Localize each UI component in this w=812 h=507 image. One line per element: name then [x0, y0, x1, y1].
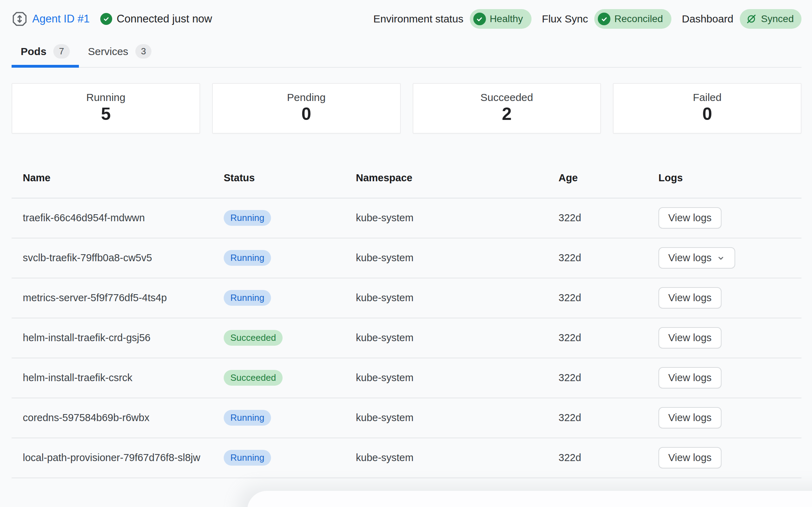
pod-name: metrics-server-5f9f776df5-4ts4p [12, 290, 224, 306]
stat-value: 5 [12, 104, 199, 124]
column-header-name: Name [12, 172, 224, 184]
view-logs-label: View logs [668, 372, 712, 384]
pod-name: helm-install-traefik-crd-gsj56 [12, 330, 224, 346]
pod-name: svclb-traefik-79ffb0a8-cw5v5 [12, 250, 224, 266]
tab-pods[interactable]: Pods 7 [12, 39, 79, 67]
pod-age: 322d [559, 412, 658, 424]
stat-card-pending: Pending 0 [212, 83, 401, 134]
flux-sync-label: Flux Sync [542, 13, 588, 25]
stat-label: Running [12, 92, 199, 103]
top-bar: Agent ID #1 Connected just now Environme… [12, 9, 801, 29]
connection-status: Connected just now [100, 13, 212, 25]
pod-stats-row: Running 5 Pending 0 Succeeded 2 Failed 0 [12, 83, 801, 134]
pod-age: 322d [559, 452, 658, 464]
pod-name: traefik-66c46d954f-mdwwn [12, 210, 224, 226]
synced-badge: Synced [740, 9, 801, 29]
reconciled-badge: Reconciled [594, 9, 671, 29]
tab-bar: Pods 7 Services 3 [12, 39, 801, 68]
check-circle-icon [473, 13, 486, 25]
dashboard-label: Dashboard [682, 13, 733, 25]
tab-services-label: Services [88, 46, 128, 58]
table-row: coredns-597584b69b-r6wbx Running kube-sy… [12, 398, 801, 438]
pod-namespace: kube-system [356, 372, 559, 384]
view-logs-label: View logs [668, 212, 712, 224]
healthy-badge-label: Healthy [490, 13, 523, 25]
stat-label: Succeeded [413, 92, 601, 103]
stat-value: 2 [413, 104, 601, 124]
dashboard-sync-pair: Dashboard Synced [682, 9, 801, 29]
table-row: metrics-server-5f9f776df5-4ts4p Running … [12, 278, 801, 318]
pod-status-badge: Running [224, 410, 271, 426]
connection-status-text: Connected just now [117, 13, 212, 25]
pod-namespace: kube-system [356, 332, 559, 344]
pod-age: 322d [559, 252, 658, 264]
stat-label: Failed [614, 92, 801, 103]
view-logs-button[interactable]: View logs [658, 367, 722, 388]
view-logs-label: View logs [668, 292, 712, 304]
table-row: traefik-66c46d954f-mdwwn Running kube-sy… [12, 198, 801, 238]
view-logs-label: View logs [668, 252, 712, 264]
flux-sync-pair: Flux Sync Reconciled [542, 9, 671, 29]
agent-id-link[interactable]: Agent ID #1 [32, 13, 90, 25]
healthy-badge: Healthy [470, 9, 532, 29]
view-logs-button[interactable]: View logs [658, 207, 722, 229]
dashboard-page: Agent ID #1 Connected just now Environme… [0, 9, 812, 478]
check-circle-icon [598, 13, 610, 25]
check-circle-icon [100, 13, 112, 25]
environment-badges: Environment status Healthy Flux Sync [373, 9, 801, 29]
stat-label: Pending [213, 92, 400, 103]
pod-age: 322d [559, 292, 658, 304]
sync-icon [745, 13, 757, 25]
pod-namespace: kube-system [356, 252, 559, 264]
pod-namespace: kube-system [356, 292, 559, 304]
stat-card-failed: Failed 0 [613, 83, 801, 134]
pod-status-badge: Running [224, 290, 271, 306]
stat-card-running: Running 5 [12, 83, 200, 134]
pod-name: helm-install-traefik-csrck [12, 370, 224, 386]
pods-table: Name Status Namespace Age Logs traefik-6… [12, 162, 801, 478]
pod-name: local-path-provisioner-79f67d76f8-sl8jw [12, 450, 224, 466]
view-logs-button[interactable]: View logs [658, 407, 722, 428]
view-logs-button[interactable]: View logs [658, 247, 735, 269]
table-row: local-path-provisioner-79f67d76f8-sl8jw … [12, 438, 801, 478]
pod-namespace: kube-system [356, 212, 559, 224]
environment-status-label: Environment status [373, 13, 463, 25]
pod-status-badge: Succeeded [224, 330, 283, 346]
reconciled-badge-label: Reconciled [614, 13, 663, 25]
view-logs-label: View logs [668, 412, 712, 424]
view-logs-label: View logs [668, 332, 712, 344]
view-logs-button[interactable]: View logs [658, 447, 722, 468]
stat-value: 0 [213, 104, 400, 124]
view-logs-label: View logs [668, 452, 712, 464]
tab-pods-count-badge: 7 [53, 44, 69, 59]
pods-table-body: traefik-66c46d954f-mdwwn Running kube-sy… [12, 198, 801, 478]
synced-badge-label: Synced [761, 13, 794, 25]
agent-badge-icon [12, 11, 28, 27]
stat-value: 0 [614, 104, 801, 124]
column-header-status: Status [224, 172, 356, 184]
pod-age: 322d [559, 332, 658, 344]
pod-namespace: kube-system [356, 452, 559, 464]
pod-age: 322d [559, 212, 658, 224]
pod-age: 322d [559, 372, 658, 384]
environment-status-pair: Environment status Healthy [373, 9, 532, 29]
column-header-logs: Logs [658, 172, 801, 184]
pod-status-badge: Running [224, 210, 271, 226]
view-logs-button[interactable]: View logs [658, 287, 722, 309]
tab-services[interactable]: Services 3 [79, 39, 161, 67]
pod-status-badge: Running [224, 250, 271, 266]
pods-table-header: Name Status Namespace Age Logs [12, 162, 801, 198]
table-row: helm-install-traefik-crd-gsj56 Succeeded… [12, 318, 801, 358]
pod-namespace: kube-system [356, 412, 559, 424]
pod-status-badge: Succeeded [224, 370, 283, 386]
table-row: helm-install-traefik-csrck Succeeded kub… [12, 358, 801, 398]
bottom-sheet-corner [247, 491, 812, 507]
pod-status-badge: Running [224, 450, 271, 466]
view-logs-button[interactable]: View logs [658, 327, 722, 349]
column-header-age: Age [559, 172, 658, 184]
chevron-down-icon [716, 253, 725, 263]
tab-services-count-badge: 3 [135, 44, 151, 59]
tab-pods-label: Pods [21, 46, 46, 58]
stat-card-succeeded: Succeeded 2 [413, 83, 601, 134]
table-row: svclb-traefik-79ffb0a8-cw5v5 Running kub… [12, 238, 801, 278]
